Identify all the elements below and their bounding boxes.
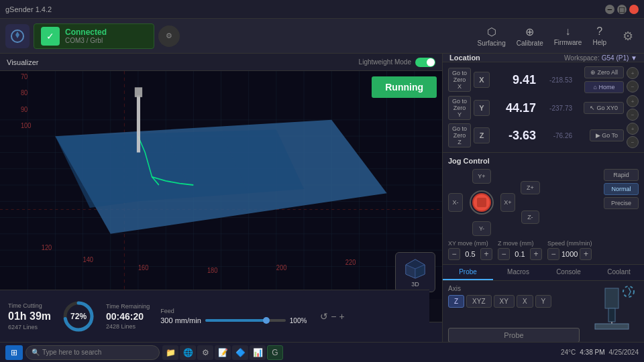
probe-axis-x-button[interactable]: X	[517, 295, 533, 308]
xy-decrease-button[interactable]: −	[448, 248, 460, 260]
probe-axis-xy-button[interactable]: XY	[494, 295, 515, 308]
speed-decrease-button[interactable]: −	[547, 248, 559, 260]
help-button[interactable]: ? Help	[592, 25, 606, 46]
jog-z-minus-button[interactable]: Z-	[521, 210, 539, 224]
coord-x-value: 9.41	[492, 73, 536, 87]
x-minus-btn[interactable]: −	[627, 80, 639, 93]
tab-console[interactable]: Console	[543, 265, 594, 280]
tab-coolant[interactable]: Coolant	[594, 265, 644, 280]
normal-speed-button[interactable]: Normal	[604, 183, 639, 195]
zero-y-button[interactable]: Go toZeroY	[448, 96, 471, 120]
connection-status: Connected	[65, 27, 107, 37]
calibrate-button[interactable]: ⊕ Calibrate	[517, 25, 543, 47]
coord-z-value: -3.63	[492, 129, 536, 143]
temperature: 24°C	[561, 349, 576, 356]
y-minus-btn[interactable]: −	[627, 109, 639, 121]
gear-settings-button[interactable]: ⚙	[617, 25, 639, 47]
minimize-button[interactable]: −	[605, 5, 614, 14]
taskbar-app-3[interactable]: ⚙	[197, 345, 213, 360]
jog-x-plus-button[interactable]: X+	[500, 193, 515, 212]
svg-text:90: 90	[21, 105, 28, 113]
taskbar-app-gsender[interactable]: G	[267, 345, 283, 360]
tab-macros[interactable]: Macros	[493, 265, 543, 280]
svg-text:100: 100	[21, 121, 32, 129]
taskbar-app-1[interactable]: 📁	[162, 345, 178, 360]
zero-x-button[interactable]: Go toZeroX	[448, 68, 471, 92]
zero-z-button[interactable]: Go toZeroZ	[448, 123, 471, 147]
close-button[interactable]	[629, 5, 639, 14]
go-xy0-button[interactable]: ↖ Go XY0	[584, 102, 624, 114]
jog-xy-pad: Y+ Y- X- X+	[448, 169, 515, 236]
coord-row-z: Go toZeroZ Z -3.63 -76.26 ▶ Go To + −	[448, 123, 639, 148]
firmware-button[interactable]: ↓ Firmware	[554, 25, 582, 46]
z-minus-btn[interactable]: −	[627, 136, 639, 148]
location-title: Location	[449, 54, 480, 62]
z-increase-button[interactable]: +	[530, 248, 542, 260]
jog-z-plus-button[interactable]: Z+	[521, 181, 540, 194]
jog-stop-center[interactable]	[470, 190, 494, 215]
axis-buttons: Z XYZ XY X Y	[448, 295, 580, 308]
feed-slider[interactable]	[205, 319, 286, 322]
rapid-speed-button[interactable]: Rapid	[604, 169, 639, 181]
visualizer-title: Visualizer	[7, 58, 39, 66]
taskbar-app-6[interactable]: 📊	[250, 345, 266, 360]
svg-rect-51	[608, 308, 615, 322]
go-to-button[interactable]: ▶ Go To	[590, 129, 624, 141]
svg-rect-50	[605, 288, 619, 308]
lightweight-switch[interactable]	[415, 58, 435, 67]
probe-diagram	[585, 285, 639, 332]
feed-reset-button[interactable]: ↺	[320, 311, 328, 322]
search-placeholder: Type here to search	[42, 349, 101, 356]
progress-circle: 72%	[62, 300, 95, 333]
z-plus-btn[interactable]: +	[627, 123, 639, 135]
jog-x-minus-button[interactable]: X-	[448, 193, 463, 212]
surfacing-button[interactable]: ⬡ Surfacing	[477, 25, 505, 47]
y-plus-btn[interactable]: +	[627, 95, 639, 107]
feed-increase-button[interactable]: +	[339, 311, 345, 322]
workspace-label: Workspace:	[564, 54, 600, 62]
probe-axis-z-button[interactable]: Z	[448, 295, 464, 308]
calibrate-label: Calibrate	[517, 40, 543, 47]
probe-axis-y-button[interactable]: Y	[535, 295, 552, 308]
connection-badge[interactable]: ✓ Connected COM3 / Grbl	[34, 23, 154, 49]
z-move-group: Z move (mm) − 0.1 +	[498, 240, 542, 260]
logo-area: ✓ Connected COM3 / Grbl ⚙	[5, 23, 180, 49]
taskbar-app-5[interactable]: 🔷	[232, 345, 248, 360]
coord-row-y: Go toZeroY Y 44.17 -237.73 ↖ Go XY0 + −	[448, 95, 639, 121]
workspace-value[interactable]: G54 (P1) ▼	[602, 54, 637, 62]
surfacing-label: Surfacing	[477, 40, 505, 47]
connection-port: COM3 / Grbl	[65, 37, 107, 44]
tab-probe[interactable]: Probe	[443, 265, 493, 280]
xy-move-inputs: − 0.5 +	[448, 248, 492, 260]
jog-y-minus-button[interactable]: Y-	[472, 221, 491, 236]
probe-axis-xyz-button[interactable]: XYZ	[466, 295, 491, 308]
probe-run-button[interactable]: Probe	[448, 328, 580, 342]
feed-decrease-button[interactable]: −	[331, 311, 336, 322]
precise-speed-button[interactable]: Precise	[604, 197, 639, 209]
connection-settings-button[interactable]: ⚙	[158, 25, 180, 47]
app-logo	[5, 24, 30, 48]
speed-label: Speed (mm/min)	[547, 240, 592, 247]
view-cube[interactable]: 3D	[395, 252, 435, 292]
home-button[interactable]: ⌂ Home	[584, 81, 624, 93]
visualizer-canvas[interactable]: 70 80 90 100 120 140 160 180 200 220 Run…	[0, 71, 442, 299]
svg-rect-35	[135, 87, 142, 97]
time-cutting-group: Time Cutting 01h 39m 6247 Lines	[8, 302, 51, 330]
zero-all-button[interactable]: ⊕ Zero All	[584, 66, 624, 78]
jog-stop-circle[interactable]	[472, 193, 491, 212]
z-move-value: 0.1	[512, 250, 528, 258]
maximize-button[interactable]: □	[617, 5, 627, 14]
z-decrease-button[interactable]: −	[498, 248, 510, 260]
taskbar-search[interactable]: 🔍 Type here to search	[25, 345, 160, 360]
xy-increase-button[interactable]: +	[480, 248, 492, 260]
x-circle-btns: + −	[627, 67, 639, 93]
xy-move-group: XY move (mm) − 0.5 +	[448, 240, 492, 260]
x-plus-btn[interactable]: +	[627, 67, 639, 79]
lightweight-mode-toggle[interactable]: Lightweight Mode	[359, 58, 435, 67]
speed-increase-button[interactable]: +	[580, 248, 592, 260]
jog-y-plus-button[interactable]: Y+	[472, 169, 491, 184]
cube-label: 3D	[411, 281, 419, 288]
taskbar-app-4[interactable]: 📝	[215, 345, 231, 360]
start-button[interactable]: ⊞	[5, 345, 23, 360]
taskbar-app-2[interactable]: 🌐	[180, 345, 196, 360]
